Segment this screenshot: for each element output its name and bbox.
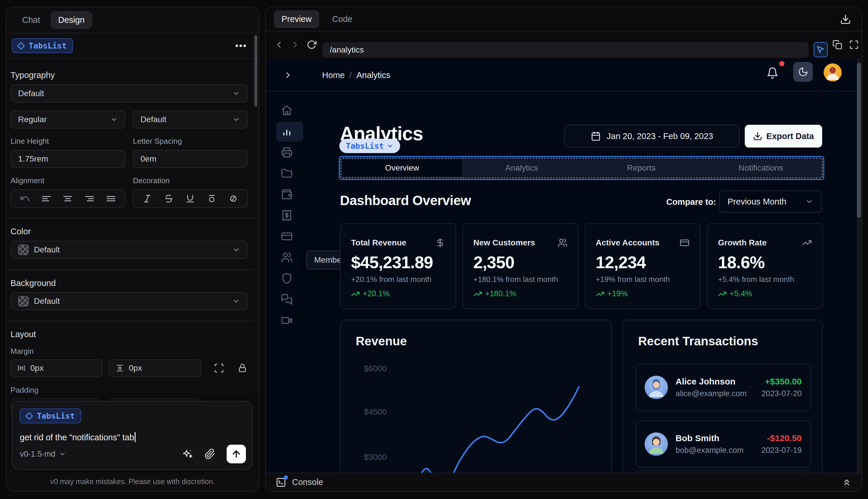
tab-analytics[interactable]: Analytics	[462, 159, 582, 177]
transaction-row[interactable]: Bob Smith bob@example.com -$120.50 2023-…	[635, 421, 811, 468]
tab-reports[interactable]: Reports	[582, 159, 701, 177]
model-selector[interactable]: v0-1.5-md	[20, 450, 66, 459]
expand-margin-icon[interactable]	[214, 363, 224, 373]
chat-input[interactable]: get rid of the "notifications" tab	[20, 432, 245, 442]
text-caret	[135, 432, 136, 442]
margin-vertical-icon	[115, 364, 124, 373]
lock-margin-icon[interactable]	[237, 363, 248, 373]
letter-spacing-input[interactable]: 0em	[133, 150, 248, 168]
sparkles-icon[interactable]	[182, 448, 193, 460]
breadcrumb-home[interactable]: Home	[322, 70, 345, 80]
margin-x-input[interactable]: 0px	[11, 360, 102, 377]
transaction-row[interactable]: Alice Johnson alice@example.com +$350.00…	[635, 364, 811, 411]
copy-icon[interactable]	[832, 40, 842, 50]
stat-card-new-customers: New Customers 2,350 +180.1% from last mo…	[462, 223, 579, 309]
send-button[interactable]	[227, 445, 246, 463]
printer-icon[interactable]	[281, 146, 293, 158]
amount: -$120.50	[761, 433, 802, 443]
italic-icon[interactable]	[142, 194, 152, 204]
chevron-down-icon	[805, 197, 814, 206]
trending-up-icon	[802, 238, 812, 248]
chevron-down-icon	[233, 246, 240, 254]
export-data-button[interactable]: Export Data	[745, 125, 822, 147]
date: 2023-07-20	[761, 389, 802, 398]
date: 2023-07-19	[761, 446, 802, 455]
context-chip[interactable]: TabsList	[20, 409, 81, 423]
more-menu-button[interactable]: •••	[235, 41, 247, 51]
line-height-input[interactable]: 1.75rem	[11, 150, 125, 168]
sidebar-expand-icon[interactable]	[283, 70, 293, 80]
align-left-icon[interactable]	[41, 193, 52, 204]
chevron-down-icon	[59, 450, 66, 458]
panel-tabs: Chat Design	[7, 7, 259, 33]
back-icon[interactable]	[274, 40, 284, 50]
font-select[interactable]: Default	[11, 84, 248, 102]
url-input[interactable]: /analytics	[322, 42, 809, 58]
amount: +$350.00	[761, 377, 802, 387]
credit-card-icon[interactable]	[281, 231, 293, 242]
preview-header: Preview Code	[266, 7, 861, 32]
background-select[interactable]: Default	[11, 292, 248, 310]
theme-toggle[interactable]	[793, 62, 813, 82]
download-icon[interactable]	[840, 14, 851, 25]
reset-align-icon[interactable]	[20, 193, 30, 204]
font-size-select[interactable]: Default	[133, 110, 248, 129]
alignment-label: Alignment	[11, 176, 125, 185]
compare-select[interactable]: Previous Month	[719, 191, 821, 213]
diamond-icon	[17, 42, 25, 50]
tab-design[interactable]: Design	[51, 11, 92, 29]
receipt-icon[interactable]	[281, 209, 293, 221]
margin-y-input[interactable]: 0px	[109, 360, 201, 377]
fullscreen-icon[interactable]	[849, 40, 859, 50]
user-avatar[interactable]	[823, 63, 842, 82]
design-mode-button[interactable]	[814, 42, 828, 57]
color-select[interactable]: Default	[11, 241, 248, 259]
users-icon[interactable]	[281, 252, 293, 263]
date-range-button[interactable]: Jan 20, 2023 - Feb 09, 2023	[564, 125, 740, 147]
tab-overview[interactable]: Overview	[342, 159, 462, 177]
no-decoration-icon[interactable]	[228, 194, 238, 204]
video-icon[interactable]	[281, 315, 293, 326]
trending-up-icon	[351, 290, 360, 298]
selected-element-chip[interactable]: TabsList	[12, 38, 73, 53]
chat-composer[interactable]: TabsList get rid of the "notifications" …	[12, 401, 253, 470]
messages-icon[interactable]	[281, 294, 293, 305]
design-selection-outline: Overview Analytics Reports Notifications	[339, 156, 824, 180]
transactions-title: Recent Transactions	[638, 334, 758, 348]
users-icon	[558, 238, 568, 248]
panel-scrollbar[interactable]	[255, 35, 257, 107]
background-heading: Background	[11, 278, 248, 288]
underline-icon[interactable]	[185, 194, 195, 204]
align-justify-icon[interactable]	[106, 193, 116, 204]
console-bar[interactable]: Console	[266, 473, 861, 491]
font-weight-select[interactable]: Regular	[11, 110, 125, 129]
breadcrumb-current[interactable]: Analytics	[356, 70, 390, 80]
bar-chart-icon[interactable]	[281, 125, 293, 137]
overline-icon[interactable]	[207, 194, 217, 204]
tab-code[interactable]: Code	[324, 10, 360, 28]
home-icon[interactable]	[281, 104, 293, 116]
folder-icon[interactable]	[281, 167, 293, 179]
tabslist-overlay-chip[interactable]: TabsList	[339, 139, 400, 153]
trending-up-icon	[473, 290, 482, 298]
align-right-icon[interactable]	[84, 193, 95, 204]
preview-scroll-thumb[interactable]	[857, 63, 861, 218]
align-center-icon[interactable]	[62, 193, 73, 204]
forward-icon[interactable]	[290, 40, 300, 50]
avatar	[645, 433, 668, 456]
tab-notifications[interactable]: Notifications	[701, 159, 821, 177]
shield-icon[interactable]	[281, 272, 293, 284]
refresh-icon[interactable]	[307, 40, 317, 50]
bell-icon[interactable]	[766, 67, 779, 79]
section-title: Dashboard Overview	[340, 193, 471, 208]
wallet-icon[interactable]	[281, 188, 293, 200]
design-panel: Chat Design TabsList ••• Typography Defa…	[6, 7, 259, 492]
breadcrumb: Home / Analytics	[322, 70, 390, 80]
tab-preview[interactable]: Preview	[274, 10, 319, 28]
chevron-down-icon	[233, 116, 240, 123]
strikethrough-icon[interactable]	[164, 194, 174, 204]
tab-chat[interactable]: Chat	[15, 11, 48, 29]
chevrons-up-icon[interactable]	[842, 477, 852, 487]
paperclip-icon[interactable]	[204, 449, 215, 460]
margin-horizontal-icon	[17, 364, 26, 373]
